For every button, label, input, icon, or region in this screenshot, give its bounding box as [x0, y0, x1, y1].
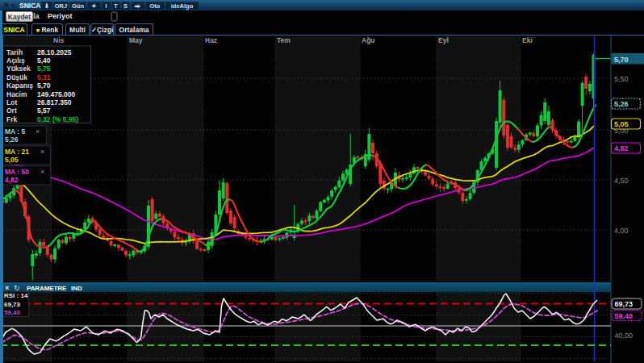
svg-text:Frk: Frk [6, 115, 18, 123]
svg-text:Düşük: Düşük [6, 73, 27, 81]
svg-text:4,50: 4,50 [614, 177, 629, 185]
svg-text:Lot: Lot [6, 98, 17, 106]
svg-text:×: × [36, 127, 40, 136]
svg-text:4,82: 4,82 [5, 176, 19, 184]
svg-text:5,26: 5,26 [614, 100, 629, 108]
svg-text:59,40: 59,40 [4, 309, 21, 316]
svg-text:Haz: Haz [205, 36, 217, 44]
svg-text:Açılış: Açılış [6, 56, 25, 65]
svg-text:5,70: 5,70 [37, 81, 51, 90]
svg-text:5,05: 5,05 [614, 120, 629, 128]
svg-text:69,73: 69,73 [4, 301, 21, 308]
svg-text:×: × [5, 284, 9, 292]
svg-text:5,05: 5,05 [5, 156, 19, 164]
svg-text:↻: ↻ [14, 284, 20, 292]
svg-text:×: × [40, 148, 44, 156]
svg-text:26.817.350: 26.817.350 [37, 98, 72, 106]
svg-text:Hacim: Hacim [6, 90, 27, 98]
svg-text:May: May [129, 36, 143, 44]
svg-text:MA : 50: MA : 50 [5, 168, 29, 176]
svg-text:5,31: 5,31 [37, 73, 51, 81]
svg-text:5,70: 5,70 [614, 56, 629, 64]
svg-text:PARAMETRE: PARAMETRE [27, 285, 67, 292]
svg-text:Eyl: Eyl [438, 36, 449, 44]
svg-text:IND: IND [71, 285, 82, 292]
svg-text:Tarih: Tarih [6, 48, 23, 56]
svg-text:Ağu: Ağu [362, 36, 375, 44]
svg-text:5,40: 5,40 [37, 56, 51, 65]
svg-text:4,00: 4,00 [614, 227, 629, 235]
svg-text:Tem: Tem [277, 36, 291, 44]
svg-text:59,40: 59,40 [615, 312, 634, 320]
svg-text:MA : 5: MA : 5 [5, 127, 25, 136]
svg-text:28.10.2025: 28.10.2025 [37, 48, 72, 56]
svg-text:Eki: Eki [522, 36, 533, 44]
svg-text:5,50: 5,50 [614, 75, 629, 83]
svg-text:69,73: 69,73 [615, 300, 634, 308]
svg-text:MA : 21: MA : 21 [5, 148, 29, 156]
svg-text:×: × [40, 168, 44, 176]
svg-text:40,00: 40,00 [615, 332, 634, 340]
svg-text:Ort: Ort [6, 106, 17, 115]
svg-text:149.475.000: 149.475.000 [37, 90, 76, 98]
svg-text:0,32 (% 5,95): 0,32 (% 5,95) [37, 115, 78, 123]
svg-text:5,57: 5,57 [37, 106, 51, 115]
svg-text:Kapanış: Kapanış [6, 81, 33, 90]
svg-text:5,75: 5,75 [37, 65, 51, 73]
svg-text:Yüksek: Yüksek [6, 65, 31, 73]
svg-text:5,26: 5,26 [5, 136, 19, 144]
svg-text:Nis: Nis [53, 36, 65, 44]
svg-text:4,82: 4,82 [614, 144, 629, 152]
svg-text:RSI : 14: RSI : 14 [4, 292, 28, 299]
